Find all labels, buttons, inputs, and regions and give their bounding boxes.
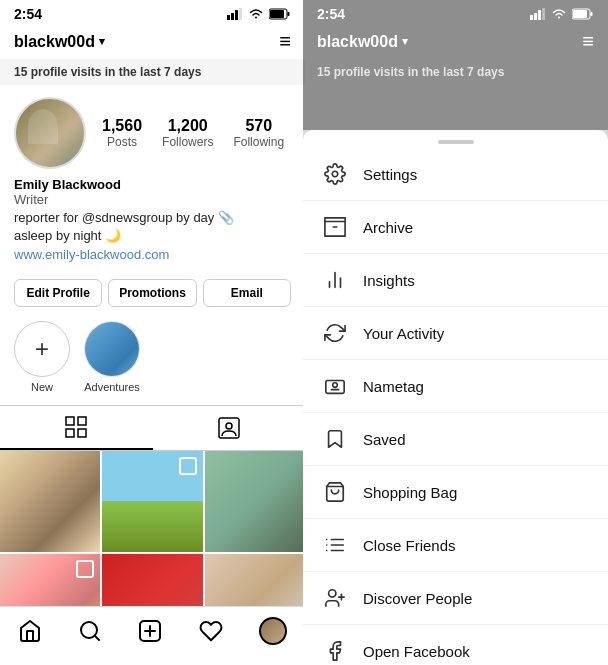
- signal-icon: [227, 8, 243, 20]
- close-friends-icon: [323, 533, 347, 557]
- svg-rect-10: [78, 429, 86, 437]
- menu-profile-header: blackw00d ▾ ≡: [303, 26, 608, 59]
- posts-count: 1,560: [102, 117, 142, 135]
- discover-people-icon: [323, 586, 347, 610]
- svg-rect-3: [239, 8, 242, 20]
- following-stat[interactable]: 570 Following: [233, 117, 284, 149]
- grid-tab[interactable]: [0, 406, 153, 450]
- tag-tab[interactable]: [153, 406, 306, 450]
- menu-handle: [303, 130, 608, 148]
- svg-rect-6: [288, 12, 290, 16]
- photo-badge: [179, 457, 197, 475]
- photo-badge: [76, 560, 94, 578]
- grid-icon: [65, 416, 87, 438]
- menu-item-your-activity[interactable]: Your Activity: [303, 307, 608, 360]
- menu-time: 2:54: [317, 6, 345, 22]
- photo-cell[interactable]: [102, 451, 202, 551]
- archive-icon: [323, 215, 347, 239]
- insights-icon: [323, 268, 347, 292]
- svg-rect-2: [235, 10, 238, 20]
- profile-info-section: 1,560 Posts 1,200 Followers 570 Followin…: [0, 85, 305, 177]
- svg-point-12: [226, 423, 232, 429]
- stories-section: + New Adventures: [0, 317, 305, 405]
- adventures-story-label: Adventures: [84, 381, 140, 393]
- svg-rect-24: [591, 12, 593, 16]
- photo-cell[interactable]: [0, 451, 100, 551]
- search-nav-button[interactable]: [78, 619, 102, 643]
- adventures-story-circle[interactable]: [84, 321, 140, 377]
- visits-text: profile visits in the last 7 days: [27, 65, 201, 79]
- saved-icon: [323, 427, 347, 451]
- menu-item-close-friends[interactable]: Close Friends: [303, 519, 608, 572]
- followers-stat[interactable]: 1,200 Followers: [162, 117, 213, 149]
- svg-rect-19: [534, 13, 537, 20]
- stats-section: 1,560 Posts 1,200 Followers 570 Followin…: [102, 117, 291, 149]
- action-buttons: Edit Profile Promotions Email: [0, 273, 305, 317]
- menu-item-nametag[interactable]: Nametag: [303, 360, 608, 413]
- your-activity-label: Your Activity: [363, 325, 444, 342]
- username-dropdown-trigger[interactable]: blackw00d ▾: [14, 33, 105, 51]
- discover-people-label: Discover People: [363, 590, 472, 607]
- home-nav-button[interactable]: [18, 619, 42, 643]
- menu-visits-count: 15: [317, 65, 330, 79]
- chevron-down-icon: ▾: [99, 35, 105, 48]
- profile-visits-bar: 15 profile visits in the last 7 days: [0, 59, 305, 85]
- menu-battery-icon: [572, 8, 594, 20]
- menu-item-settings[interactable]: Settings: [303, 148, 608, 201]
- bio-website[interactable]: www.emily-blackwood.com: [14, 247, 169, 262]
- svg-rect-5: [270, 10, 284, 18]
- posts-stat: 1,560 Posts: [102, 117, 142, 149]
- settings-label: Settings: [363, 166, 417, 183]
- new-story-circle[interactable]: +: [14, 321, 70, 377]
- bio-title: Writer: [14, 192, 291, 207]
- followers-label: Followers: [162, 135, 213, 149]
- nametag-label: Nametag: [363, 378, 424, 395]
- following-count: 570: [245, 117, 272, 135]
- svg-rect-1: [231, 13, 234, 20]
- svg-point-25: [332, 171, 338, 177]
- svg-rect-8: [78, 417, 86, 425]
- svg-rect-21: [542, 8, 545, 20]
- menu-item-shopping-bag[interactable]: Shopping Bag: [303, 466, 608, 519]
- svg-rect-0: [227, 15, 230, 20]
- battery-icon: [269, 8, 291, 20]
- facebook-icon: [323, 639, 347, 663]
- new-story-label: New: [31, 381, 53, 393]
- status-icons: [227, 8, 291, 20]
- activity-icon: [323, 321, 347, 345]
- menu-item-insights[interactable]: Insights: [303, 254, 608, 307]
- settings-icon: [323, 162, 347, 186]
- archive-label: Archive: [363, 219, 413, 236]
- add-nav-button[interactable]: [138, 619, 162, 643]
- close-friends-label: Close Friends: [363, 537, 456, 554]
- photo-cell[interactable]: [205, 451, 305, 551]
- bio-name: Emily Blackwood: [14, 177, 291, 192]
- menu-username-display: blackw00d ▾: [317, 33, 408, 51]
- hamburger-menu-button[interactable]: ≡: [279, 30, 291, 53]
- email-button[interactable]: Email: [203, 279, 291, 307]
- adventures-story-item[interactable]: Adventures: [84, 321, 140, 393]
- menu-item-saved[interactable]: Saved: [303, 413, 608, 466]
- menu-overlay-panel: 2:54: [303, 0, 608, 665]
- menu-hamburger-icon[interactable]: ≡: [582, 30, 594, 53]
- new-story-item[interactable]: + New: [14, 321, 70, 393]
- wifi-icon: [248, 8, 264, 20]
- saved-label: Saved: [363, 431, 406, 448]
- edit-profile-button[interactable]: Edit Profile: [14, 279, 102, 307]
- svg-line-14: [95, 636, 99, 640]
- svg-rect-7: [66, 417, 74, 425]
- svg-rect-9: [66, 429, 74, 437]
- promotions-button[interactable]: Promotions: [108, 279, 196, 307]
- heart-nav-button[interactable]: [199, 619, 223, 643]
- username-text: blackw00d: [14, 33, 95, 51]
- menu-item-archive[interactable]: Archive: [303, 201, 608, 254]
- svg-point-40: [329, 590, 336, 597]
- svg-rect-20: [538, 10, 541, 20]
- svg-point-31: [333, 383, 338, 388]
- menu-item-open-facebook[interactable]: Open Facebook: [303, 625, 608, 665]
- svg-rect-18: [530, 15, 533, 20]
- menu-item-discover-people[interactable]: Discover People: [303, 572, 608, 625]
- svg-rect-23: [573, 10, 587, 18]
- profile-nav-button[interactable]: [259, 617, 287, 645]
- followers-count: 1,200: [168, 117, 208, 135]
